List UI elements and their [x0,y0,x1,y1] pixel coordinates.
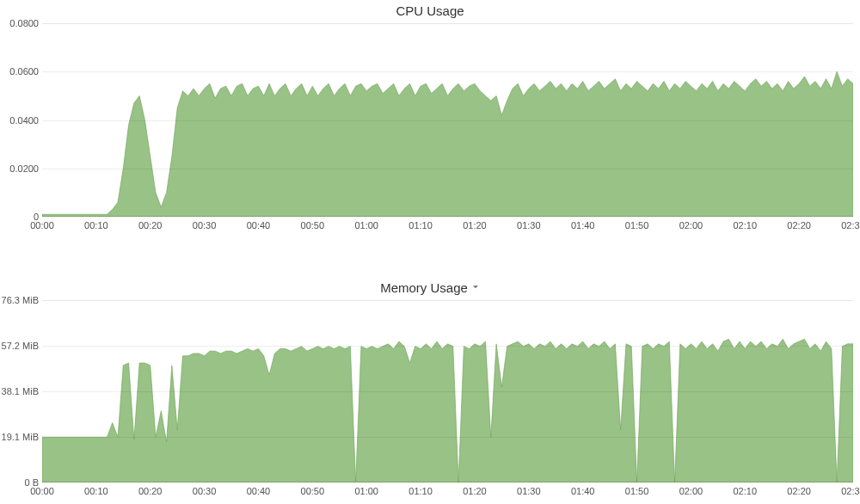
grid-bottom [42,482,853,482]
y-tick-label: 0.0400 [0,115,39,126]
gridline [42,71,853,72]
chart-title-text: CPU Usage [396,3,464,18]
y-tick-label: 0.0600 [0,66,39,77]
x-tick-label: 00:10 [84,220,108,230]
x-tick-label: 01:10 [408,486,433,496]
x-tick-label: 01:20 [463,220,487,230]
x-tick-label: 01:30 [517,220,541,230]
x-tick-label: 02:20 [787,220,811,230]
x-axis-labels-cpu: 00:0000:1000:2000:3000:4000:5001:0001:10… [42,220,853,232]
x-tick-label: 01:20 [463,486,487,496]
gridline [42,120,853,121]
chart-body-cpu[interactable]: 00:0000:1000:2000:3000:4000:5001:0001:10… [0,23,860,232]
gridline [42,437,853,438]
grid-bottom [42,216,853,217]
gridline [42,169,853,169]
x-tick-label: 00:20 [138,486,163,496]
x-tick-label: 00:40 [247,486,271,496]
x-tick-label: 02:00 [679,220,703,230]
x-tick-label: 00:30 [193,486,217,496]
y-tick-label: 0.0200 [0,163,39,174]
x-tick-label: 01:50 [625,486,649,496]
gridline [42,391,853,392]
x-tick-label: 01:40 [571,486,595,496]
chart-title-cpu[interactable]: CPU Usage [0,0,860,23]
chart-body-memory[interactable]: 00:0000:1000:2000:3000:4000:5001:0001:10… [0,300,860,498]
y-tick-label: 76.3 MiB [0,295,39,305]
x-tick-label: 00:30 [193,220,217,230]
x-tick-label: 02:10 [734,486,758,496]
chart-panel-cpu: CPU Usage 00:0000:1000:2000:3000:4000:50… [0,0,860,235]
chevron-down-icon: ▼ [471,285,480,290]
chart-title-memory[interactable]: Memory Usage ▼ [0,277,860,300]
x-tick-label: 01:50 [625,220,649,230]
x-tick-label: 01:40 [571,220,595,230]
chart-title-text: Memory Usage [380,280,468,295]
y-tick-label: 57.2 MiB [0,341,39,351]
x-tick-label: 01:00 [354,220,378,230]
x-tick-label: 01:00 [354,486,378,496]
x-tick-label: 00:20 [138,220,163,230]
y-tick-label: 0 [0,212,39,222]
gridline [42,346,853,347]
x-axis-labels-memory: 00:0000:1000:2000:3000:4000:5001:0001:10… [42,486,853,498]
x-tick-label: 02:20 [787,486,811,496]
y-tick-label: 0.0800 [0,18,39,28]
x-tick-label: 01:10 [408,220,433,230]
x-tick-label: 02:00 [679,486,703,496]
chart-panel-memory: Memory Usage ▼ 00:0000:1000:2000:3000:40… [0,277,860,501]
x-tick-label: 02:10 [734,220,758,230]
x-tick-label: 00:10 [84,486,108,496]
x-tick-label: 00:50 [301,220,325,230]
y-tick-label: 0 B [0,477,39,488]
x-tick-label: 01:30 [517,486,541,496]
x-tick-label: 00:40 [247,220,271,230]
x-tick-label: 02:30 [841,486,860,496]
x-tick-label: 02:30 [841,220,860,230]
x-tick-label: 00:50 [301,486,325,496]
y-tick-label: 38.1 MiB [0,386,39,396]
y-tick-label: 19.1 MiB [0,432,39,442]
